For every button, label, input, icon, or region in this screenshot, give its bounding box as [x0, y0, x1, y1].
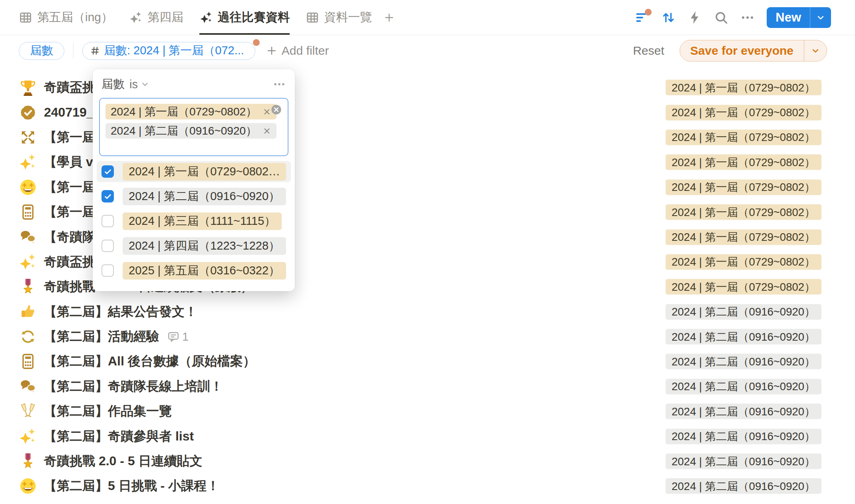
star-struck-icon — [19, 477, 37, 495]
toolbar-actions: New — [631, 0, 831, 35]
option-checkbox[interactable] — [101, 264, 114, 277]
filter-option[interactable]: 2024 | 第四屆（1223~1228） — [97, 235, 291, 256]
tab-label: 第五屆（ing） — [37, 9, 113, 26]
filter-button[interactable] — [631, 6, 653, 29]
filter-option[interactable]: 2024 | 第二屆（0916~0920） — [97, 186, 291, 207]
row-tag-second: 2024 | 第二屆（0916~0920） — [666, 404, 821, 419]
sparkles-gold-icon — [19, 153, 37, 171]
row-tag-first: 2024 | 第一屆（0729~0802） — [666, 204, 821, 220]
search-button[interactable] — [710, 6, 732, 29]
medal-icon — [19, 452, 37, 470]
badge-check-icon — [19, 103, 37, 122]
new-button[interactable]: New — [767, 7, 831, 28]
option-tag: 2024 | 第四屆（1223~1228） — [123, 237, 286, 255]
tab-過往比賽資料[interactable]: 過往比賽資料 — [199, 0, 290, 35]
row-tag-first: 2024 | 第一屆（0729~0802） — [666, 105, 821, 120]
row-tag-first: 2024 | 第一屆（0729~0802） — [666, 279, 821, 295]
table-row[interactable]: 【第二屆】活動經驗12024 | 第二屆（0916~0920） — [0, 324, 855, 349]
table-row[interactable]: 【第二屆】All 後台數據（原始檔案）2024 | 第二屆（0916~0920） — [0, 349, 855, 374]
plus-icon — [266, 45, 278, 57]
filter-rule-popup: 屆數 is 2024 | 第一屆（0729~0802）2024 | 第二屆（09… — [93, 69, 295, 291]
filter-option[interactable]: 2025 | 第五屆（0316~0322） — [97, 260, 291, 281]
row-title: 【第一屆 — [44, 179, 95, 196]
filter-option[interactable]: 2024 | 第三屆（1111~1115） — [97, 210, 291, 232]
remove-chip-button[interactable] — [262, 127, 271, 135]
active-filter-chip[interactable]: 屆數: 2024 | 第一屆（072... — [82, 42, 255, 60]
row-title: 【第二屆】5 日挑戰 - 小課程！ — [44, 477, 219, 495]
x-circle-icon — [270, 104, 282, 115]
comment-count-value: 1 — [182, 330, 189, 343]
row-tag-first: 2024 | 第一屆（0729~0802） — [666, 129, 821, 145]
reset-button[interactable]: Reset — [633, 44, 664, 58]
row-tag-first: 2024 | 第一屆（0729~0802） — [666, 179, 821, 195]
row-title: 奇蹟挑戰 2.0 - 5 日連續貼文 — [44, 452, 203, 470]
row-title: 奇蹟盃挑 — [44, 79, 95, 96]
table-row[interactable]: 【第二屆】奇蹟隊長線上培訓！2024 | 第二屆（0916~0920） — [0, 374, 855, 399]
row-title: 【第一屆 — [44, 203, 95, 221]
table-row[interactable]: 【第二屆】作品集一覽2024 | 第二屆（0916~0920） — [0, 399, 855, 424]
view-tabs: 第五屆（ing）第四屆過往比賽資料資料一覽 — [19, 0, 372, 35]
option-checkbox[interactable] — [101, 215, 114, 227]
row-title: 240719_ — [44, 105, 94, 120]
more-icon — [272, 77, 286, 91]
option-checkbox[interactable] — [101, 165, 114, 178]
tab-第四屆[interactable]: 第四屆 — [129, 0, 183, 35]
clink-glasses-icon — [19, 402, 37, 421]
filter-value-input[interactable]: 2024 | 第一屆（0729~0802）2024 | 第二屆（0916~092… — [99, 98, 288, 156]
filter-operator[interactable]: is — [129, 78, 138, 91]
option-checkbox[interactable] — [101, 190, 114, 202]
table-row[interactable]: 奇蹟挑戰 2.0 - 5 日連續貼文2024 | 第二屆（0916~0920） — [0, 449, 855, 474]
sort-pill[interactable]: 屆數 — [19, 42, 64, 60]
filter-rule-header: 屆數 is — [93, 69, 295, 97]
new-dropdown-button[interactable] — [810, 12, 831, 23]
table-row[interactable]: 【第二屆】奇蹟參與者 list2024 | 第二屆（0916~0920） — [0, 424, 855, 448]
calculator-icon — [19, 352, 37, 371]
table-icon — [306, 11, 319, 24]
filter-options-menu-button[interactable] — [272, 77, 286, 91]
row-tag-second: 2024 | 第二屆（0916~0920） — [666, 454, 821, 469]
filter-field-label: 屆數 — [101, 76, 125, 92]
sparkles-gold-icon — [19, 427, 37, 446]
chip-label: 2024 | 第一屆（0729~0802） — [111, 104, 257, 119]
lightning-button[interactable] — [684, 6, 706, 29]
add-view-button[interactable] — [383, 0, 395, 35]
row-tag-second: 2024 | 第二屆（0916~0920） — [666, 429, 821, 444]
clear-all-button[interactable] — [270, 104, 282, 115]
option-checkbox[interactable] — [101, 240, 114, 252]
chevron-down-icon[interactable] — [140, 79, 150, 89]
row-tag-second: 2024 | 第二屆（0916~0920） — [666, 478, 821, 494]
tab-第五屆（ing）[interactable]: 第五屆（ing） — [19, 0, 113, 35]
comment-count: 1 — [167, 330, 189, 343]
expand-icon — [19, 128, 37, 147]
remove-chip-button[interactable] — [262, 107, 271, 116]
tab-資料一覽[interactable]: 資料一覽 — [306, 0, 372, 35]
more-button[interactable] — [736, 6, 759, 29]
row-tag-first: 2024 | 第一屆（0729~0802） — [666, 254, 821, 270]
sort-pill-label: 屆數 — [30, 43, 53, 59]
save-dropdown-button[interactable] — [804, 46, 827, 56]
chat-icon — [19, 377, 37, 396]
save-label: Save for everyone — [680, 44, 804, 58]
selected-chip: 2024 | 第二屆（0916~0920） — [105, 123, 276, 139]
selected-chip: 2024 | 第一屆（0729~0802） — [105, 104, 276, 119]
star-struck-icon — [19, 178, 37, 196]
table-row[interactable]: 【第二屆】結果公告發文！2024 | 第二屆（0916~0920） — [0, 300, 855, 324]
row-title: 【第二屆】奇蹟參與者 list — [44, 428, 194, 445]
sort-button[interactable] — [657, 6, 680, 29]
save-for-everyone-button[interactable]: Save for everyone — [680, 40, 827, 62]
filter-option-list: 2024 | 第一屆（0729~0802…2024 | 第二屆（0916~092… — [97, 161, 291, 281]
divider — [73, 43, 74, 58]
add-filter-button[interactable]: Add filter — [266, 44, 329, 58]
tab-label: 第四屆 — [147, 9, 183, 26]
table-row[interactable]: 【第二屆】5 日挑戰 - 小課程！2024 | 第二屆（0916~0920） — [0, 474, 855, 498]
sparkles-icon — [129, 11, 143, 24]
calculator-icon — [19, 203, 37, 221]
row-title: 奇蹟盃挑 — [44, 253, 95, 271]
row-tag-first: 2024 | 第一屆（0729~0802） — [666, 155, 821, 170]
filter-option[interactable]: 2024 | 第一屆（0729~0802… — [97, 161, 291, 182]
option-tag: 2024 | 第三屆（1111~1115） — [123, 212, 282, 230]
refresh-icon — [19, 327, 37, 346]
row-tag-second: 2024 | 第二屆（0916~0920） — [666, 304, 821, 319]
view-tab-bar: 第五屆（ing）第四屆過往比賽資料資料一覽 New — [0, 0, 855, 35]
row-tag-first: 2024 | 第一屆（0729~0802） — [666, 80, 821, 95]
